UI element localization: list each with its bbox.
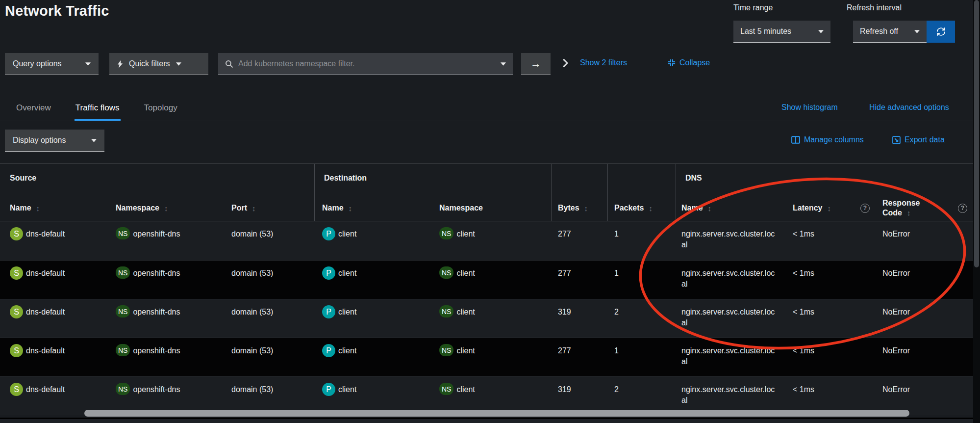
column-label: Name [10, 204, 31, 212]
chevron-right-icon [563, 59, 568, 67]
quick-filters-button[interactable]: Quick filters [109, 53, 208, 75]
sort-icon[interactable]: ↕ [36, 204, 40, 212]
chevron-down-icon [85, 62, 91, 66]
table-row[interactable]: S dns-default NS openshift-dns domain (5… [0, 299, 973, 338]
src-namespace-value: openshift-dns [133, 229, 180, 239]
latency-value: < 1ms [793, 384, 814, 395]
dst-name-value: client [338, 345, 356, 356]
bytes-value: 277 [558, 229, 571, 239]
vertical-scrollbar[interactable] [973, 0, 980, 423]
tabs: Overview Traffic flows Topology [15, 96, 201, 121]
sort-icon[interactable]: ↕ [164, 204, 168, 212]
cell-dns-name: nginx.server.svc.cluster.local [676, 338, 786, 376]
help-icon[interactable]: ? [958, 204, 967, 213]
column-src-port[interactable]: Port ↕ [226, 204, 314, 212]
latency-value: < 1ms [793, 345, 814, 356]
tab-overview[interactable]: Overview [15, 96, 52, 121]
refresh-button[interactable] [927, 21, 955, 43]
sort-icon[interactable]: ↕ [907, 208, 911, 218]
show-filters-link[interactable]: Show 2 filters [580, 58, 627, 67]
quick-filters-label: Quick filters [129, 59, 170, 68]
cell-src-namespace: NS openshift-dns [108, 338, 226, 376]
chevron-down-icon[interactable] [501, 62, 506, 66]
cell-bytes: 277 [551, 221, 607, 260]
apply-filter-button[interactable]: → [521, 53, 551, 75]
manage-columns-link[interactable]: Manage columns [791, 135, 864, 144]
cell-dst-namespace: NS client [431, 338, 551, 376]
namespace-badge: NS [439, 266, 453, 279]
sort-icon[interactable]: ↕ [827, 204, 831, 212]
namespace-badge: NS [116, 383, 130, 395]
tab-topology[interactable]: Topology [143, 96, 178, 121]
sort-icon[interactable]: ↕ [584, 204, 588, 212]
service-badge: S [10, 344, 23, 357]
group-source: Source [0, 174, 314, 195]
column-packets[interactable]: Packets ↕ [607, 204, 676, 212]
column-dst-name[interactable]: Name ↕ [314, 204, 431, 212]
column-dns-response-code[interactable]: Response Code ↕ ? [877, 198, 973, 218]
table-row[interactable]: S dns-default NS openshift-dns domain (5… [0, 260, 973, 299]
filter-toolbar: Query options Quick filters → Show 2 fil… [0, 53, 973, 75]
sort-icon[interactable]: ↕ [349, 204, 352, 212]
page-title: Network Traffic [5, 3, 109, 19]
src-namespace-value: openshift-dns [133, 268, 180, 279]
tab-traffic-flows[interactable]: Traffic flows [75, 96, 121, 121]
namespace-badge: NS [439, 305, 453, 317]
cell-dns-latency: < 1ms [786, 221, 877, 260]
hide-advanced-options-link[interactable]: Hide advanced options [869, 103, 949, 112]
help-icon[interactable]: ? [860, 204, 870, 213]
column-bytes[interactable]: Bytes ↕ [551, 204, 607, 212]
cell-dns-latency: < 1ms [786, 338, 877, 376]
cell-response-code: NoError [877, 261, 973, 299]
columns-icon [791, 136, 800, 144]
bytes-value: 319 [558, 384, 571, 395]
cell-src-name: S dns-default [0, 299, 108, 338]
pod-badge: P [322, 266, 335, 280]
src-port-value: domain (53) [231, 384, 273, 395]
sort-icon[interactable]: ↕ [649, 204, 653, 212]
cell-dst-namespace: NS client [431, 299, 551, 338]
group-dns: DNS [676, 174, 973, 195]
chevron-down-icon [818, 30, 824, 33]
column-dst-namespace[interactable]: Namespace [431, 204, 551, 212]
pod-badge: P [322, 344, 335, 357]
dns-name-value: nginx.server.svc.cluster.local [681, 308, 775, 327]
horizontal-scrollbar-thumb[interactable] [84, 410, 909, 417]
chevron-down-icon [176, 62, 181, 66]
column-src-namespace[interactable]: Namespace ↕ [108, 204, 226, 212]
sort-icon[interactable]: ↕ [708, 204, 712, 212]
cell-packets: 2 [607, 299, 676, 338]
refresh-interval-select[interactable]: Refresh off [853, 21, 927, 43]
namespace-badge: NS [116, 305, 130, 317]
expand-filters-chevron[interactable] [563, 59, 568, 67]
cell-response-code: NoError [877, 338, 973, 376]
export-data-label: Export data [905, 135, 945, 144]
packets-value: 1 [614, 268, 619, 279]
query-options-button[interactable]: Query options [5, 53, 99, 75]
export-data-link[interactable]: Export data [892, 135, 945, 144]
table-row[interactable]: S dns-default NS openshift-dns domain (5… [0, 221, 973, 260]
dst-name-value: client [338, 268, 356, 279]
header-divider [314, 164, 315, 221]
show-histogram-link[interactable]: Show histogram [781, 103, 838, 112]
lightning-icon [117, 60, 123, 68]
horizontal-scrollbar[interactable] [0, 409, 973, 418]
response-code-value: NoError [882, 307, 910, 317]
response-code-value: NoError [882, 229, 910, 239]
search-icon [225, 60, 233, 68]
table-row[interactable]: S dns-default NS openshift-dns domain (5… [0, 338, 973, 376]
table-body: S dns-default NS openshift-dns domain (5… [0, 221, 973, 415]
group-packets-spacer [607, 174, 676, 195]
namespace-filter-input[interactable] [238, 59, 496, 68]
sort-icon[interactable]: ↕ [252, 204, 256, 212]
column-label: Code [882, 208, 902, 218]
column-dns-name[interactable]: Name ↕ [676, 204, 786, 212]
time-range-select[interactable]: Last 5 minutes [733, 21, 830, 43]
pod-badge: P [322, 227, 335, 240]
column-dns-latency[interactable]: Latency ↕ ? [786, 204, 877, 213]
column-src-name[interactable]: Name ↕ [0, 204, 108, 212]
display-options-button[interactable]: Display options [5, 130, 104, 152]
vertical-scrollbar-thumb[interactable] [974, 0, 979, 267]
collapse-link[interactable]: Collapse [668, 58, 710, 67]
column-label: Response [882, 198, 920, 208]
